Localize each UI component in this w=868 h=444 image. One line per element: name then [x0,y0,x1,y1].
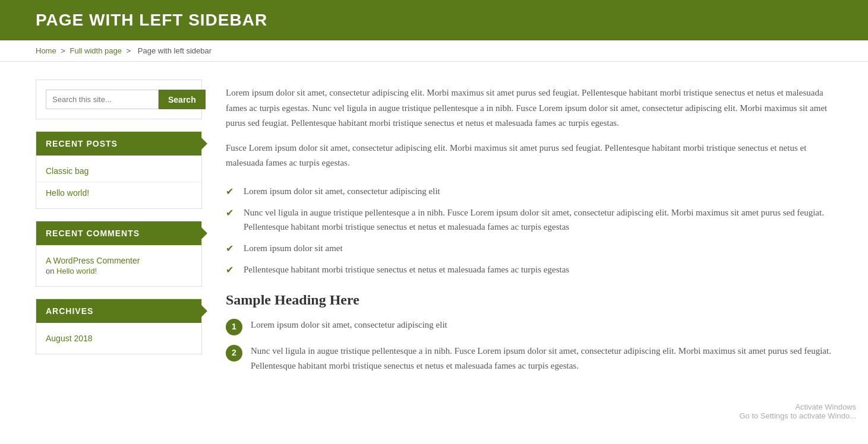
archives-widget: ARCHIVES August 2018 [36,299,202,354]
paragraph-2: Fusce Lorem ipsum dolor sit amet, consec… [226,141,832,171]
list-item: Lorem ipsum dolor sit amet [226,237,832,259]
recent-posts-widget: RECENT POSTS Classic bag Hello world! [36,131,202,209]
archives-content: August 2018 [36,323,201,354]
list-item: Nunc vel ligula in augue tristique pelle… [226,202,832,237]
recent-comments-widget: RECENT COMMENTS A WordPress Commenter on… [36,221,202,287]
archive-item-1[interactable]: August 2018 [46,334,93,343]
breadcrumb-current: Page with left sidebar [138,46,212,55]
numbered-list-item-2-text: Nunc vel ligula in augue tristique pelle… [251,344,832,374]
breadcrumb-sep2: > [127,46,131,55]
comment-author-link[interactable]: A WordPress Commenter [46,256,140,265]
list-item: Classic bag [36,160,201,182]
list-item: 1 Lorem ipsum dolor sit amet, consectetu… [226,318,832,335]
recent-posts-title: RECENT POSTS [36,132,201,156]
check-list: Lorem ipsum dolor sit amet, consectetur … [226,180,832,280]
main-content: Lorem ipsum dolor sit amet, consectetur … [226,80,832,382]
search-form: Search [46,90,192,109]
breadcrumb-home[interactable]: Home [36,46,56,55]
page-title: PAGE WITH LEFT SIDEBAR [36,11,832,30]
list-item: Pellentesque habitant morbi tristique se… [226,259,832,280]
list-item: Lorem ipsum dolor sit amet, consectetur … [226,180,832,202]
numbered-list: 1 Lorem ipsum dolor sit amet, consectetu… [226,318,832,374]
sidebar: Search RECENT POSTS Classic bag Hello wo… [36,80,202,382]
recent-post-1[interactable]: Classic bag [46,166,89,176]
search-button[interactable]: Search [159,90,206,109]
recent-comments-content: A WordPress Commenter on Hello world! [36,245,201,286]
comment-on-text: on [46,267,54,275]
list-item: August 2018 [36,328,201,349]
section-heading: Sample Heading Here [226,292,832,308]
breadcrumb-parent[interactable]: Full width page [70,46,122,55]
search-widget: Search [36,80,202,119]
archives-title: ARCHIVES [36,299,201,323]
recent-comments-title: RECENT COMMENTS [36,221,201,245]
recent-posts-content: Classic bag Hello world! [36,156,201,208]
layout: Search RECENT POSTS Classic bag Hello wo… [0,62,868,400]
paragraph-1: Lorem ipsum dolor sit amet, consectetur … [226,85,832,131]
search-input[interactable] [46,90,159,109]
list-item: Hello world! [36,182,201,204]
recent-post-2[interactable]: Hello world! [46,188,89,198]
circle-num-2: 2 [226,345,242,361]
numbered-list-item-1-text: Lorem ipsum dolor sit amet, consectetur … [251,318,447,333]
list-item: 2 Nunc vel ligula in augue tristique pel… [226,344,832,374]
circle-num-1: 1 [226,319,242,335]
page-header: PAGE WITH LEFT SIDEBAR [0,0,868,40]
comment-post-link[interactable]: Hello world! [56,267,97,275]
comment-on: on Hello world! [46,267,192,275]
breadcrumb-sep1: > [61,46,65,55]
comment-author: A WordPress Commenter [46,256,192,265]
breadcrumb: Home > Full width page > Page with left … [0,40,868,62]
list-item: A WordPress Commenter on Hello world! [36,250,201,281]
